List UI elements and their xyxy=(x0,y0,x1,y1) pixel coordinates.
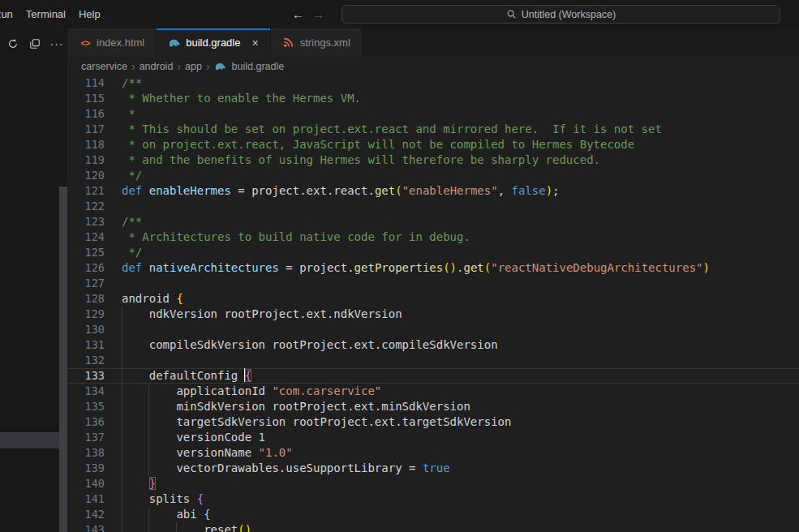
line-number[interactable]: 115 xyxy=(67,91,122,106)
line-number[interactable]: 129 xyxy=(67,307,122,322)
code-line[interactable]: 138 versionName "1.0" xyxy=(67,445,799,461)
code-line[interactable]: 120 */ xyxy=(67,168,799,183)
tab-index-html[interactable]: <> index.html xyxy=(67,28,157,57)
code-line[interactable]: 117 * This should be set on project.ext.… xyxy=(67,122,799,137)
code-line[interactable]: 132 xyxy=(67,353,799,368)
code-line[interactable]: 131 compileSdkVersion rootProject.ext.co… xyxy=(67,337,799,353)
line-number[interactable]: 135 xyxy=(67,399,122,414)
line-number[interactable]: 127 xyxy=(67,276,122,291)
tab-strings-xml[interactable]: strings.xml xyxy=(271,28,363,57)
code-line[interactable]: 114/** xyxy=(67,75,799,91)
code-line[interactable]: 124 * Architectures to build native code… xyxy=(67,230,799,245)
tab-label: strings.xml xyxy=(300,36,350,49)
code-line[interactable]: 128android { xyxy=(67,291,799,307)
indent-guide xyxy=(122,461,122,476)
code-line[interactable]: 119 * and the benefits of using Hermes w… xyxy=(67,152,799,168)
code-line[interactable]: 129 ndkVersion rootProject.ext.ndkVersio… xyxy=(67,307,799,322)
line-number[interactable]: 138 xyxy=(67,445,122,461)
line-number[interactable]: 142 xyxy=(67,507,122,522)
breadcrumb-item[interactable]: carservice xyxy=(81,61,127,72)
code-line[interactable]: 126def nativeArchitectures = project.get… xyxy=(67,260,799,276)
code-line[interactable]: 137 versionCode 1 xyxy=(67,430,799,445)
code-editor[interactable]: 114/**115 * Whether to enable the Hermes… xyxy=(67,75,799,532)
gradle-file-icon xyxy=(168,36,181,49)
line-number[interactable]: 119 xyxy=(67,152,122,168)
code-line[interactable]: 143 reset() xyxy=(67,522,799,532)
code-line[interactable]: 135 minSdkVersion rootProject.ext.minSdk… xyxy=(67,399,799,414)
breadcrumb-item[interactable]: build.gradle xyxy=(232,61,285,72)
code-text: android { xyxy=(122,291,183,307)
code-line[interactable]: 115 * Whether to enable the Hermes VM. xyxy=(67,91,799,106)
code-line[interactable]: 133 defaultConfig { xyxy=(67,368,799,384)
line-number[interactable]: 128 xyxy=(67,291,122,307)
indent-guide xyxy=(122,353,122,368)
list-item-selected[interactable] xyxy=(0,432,59,448)
code-text: versionName "1.0" xyxy=(122,445,293,461)
indent-guide xyxy=(122,476,122,491)
menu-bar: Run Terminal Help xyxy=(0,0,107,28)
back-arrow-icon[interactable]: ← xyxy=(292,8,304,20)
line-number[interactable]: 126 xyxy=(67,260,122,276)
line-number[interactable]: 136 xyxy=(67,414,122,430)
line-number[interactable]: 116 xyxy=(67,106,122,122)
menu-help[interactable]: Help xyxy=(72,8,107,20)
line-number[interactable]: 134 xyxy=(67,384,122,399)
code-line[interactable]: 139 vectorDrawables.useSupportLibrary = … xyxy=(67,461,799,476)
close-icon[interactable]: × xyxy=(251,37,258,49)
line-number[interactable]: 140 xyxy=(67,476,122,491)
line-number[interactable]: 117 xyxy=(67,122,122,137)
line-number[interactable]: 122 xyxy=(67,199,122,214)
code-text: * on project.ext.react, JavaScript will … xyxy=(122,137,634,152)
code-text: compileSdkVersion rootProject.ext.compil… xyxy=(122,337,498,353)
code-line[interactable]: 141 splits { xyxy=(67,491,799,507)
code-line[interactable]: 136 targetSdkVersion rootProject.ext.tar… xyxy=(67,414,799,430)
line-number[interactable]: 139 xyxy=(67,461,122,476)
code-line[interactable]: 140 } xyxy=(67,476,799,491)
split-editor-icon[interactable] xyxy=(28,36,42,51)
reload-icon[interactable] xyxy=(6,36,20,51)
forward-arrow-icon[interactable]: → xyxy=(312,8,324,20)
line-number[interactable]: 133 xyxy=(67,368,122,384)
line-number[interactable]: 131 xyxy=(67,337,122,353)
indent-guide xyxy=(122,337,122,353)
code-line[interactable]: 125 */ xyxy=(67,245,799,260)
code-text: defaultConfig { xyxy=(122,368,251,384)
line-number[interactable]: 141 xyxy=(67,491,122,507)
code-line[interactable]: 134 applicationId "com.carservice" xyxy=(67,384,799,399)
code-line[interactable]: 142 abi { xyxy=(67,507,799,522)
line-number[interactable]: 114 xyxy=(67,75,122,91)
code-line[interactable]: 123/** xyxy=(67,214,799,230)
tab-build-gradle[interactable]: build.gradle × xyxy=(157,28,270,57)
indent-guide xyxy=(122,430,122,445)
more-actions-icon[interactable]: ··· xyxy=(49,36,64,51)
line-number[interactable]: 124 xyxy=(67,230,122,245)
line-number[interactable]: 132 xyxy=(67,353,122,368)
search-input[interactable]: Untitled (Workspace) xyxy=(342,5,780,24)
code-line[interactable]: 121def enableHermes = project.ext.react.… xyxy=(67,183,799,199)
line-number[interactable]: 137 xyxy=(67,430,122,445)
code-line[interactable]: 116 * xyxy=(67,106,799,122)
code-line[interactable]: 130 xyxy=(67,322,799,337)
line-number[interactable]: 120 xyxy=(67,168,122,183)
code-text: abi { xyxy=(122,507,211,522)
breadcrumb-item[interactable]: android xyxy=(140,61,174,72)
indent-guide xyxy=(122,399,122,414)
panel-scrollbar[interactable] xyxy=(59,187,67,532)
line-number[interactable]: 143 xyxy=(67,522,122,532)
menu-terminal[interactable]: Terminal xyxy=(19,8,72,20)
code-text: versionCode 1 xyxy=(122,430,265,445)
code-line[interactable]: 127 xyxy=(67,276,799,291)
line-number[interactable]: 123 xyxy=(67,214,122,230)
gradle-file-icon xyxy=(214,62,226,71)
line-number[interactable]: 118 xyxy=(67,137,122,152)
line-number[interactable]: 121 xyxy=(67,183,122,199)
code-line[interactable]: 118 * on project.ext.react, JavaScript w… xyxy=(67,137,799,152)
line-number[interactable]: 125 xyxy=(67,245,122,260)
indent-guide xyxy=(148,522,149,532)
indent-guide xyxy=(122,491,122,507)
breadcrumb-item[interactable]: app xyxy=(185,61,202,72)
code-line[interactable]: 122 xyxy=(67,199,799,214)
xml-file-icon xyxy=(282,36,295,49)
menu-run[interactable]: Run xyxy=(0,8,19,20)
line-number[interactable]: 130 xyxy=(67,322,122,337)
